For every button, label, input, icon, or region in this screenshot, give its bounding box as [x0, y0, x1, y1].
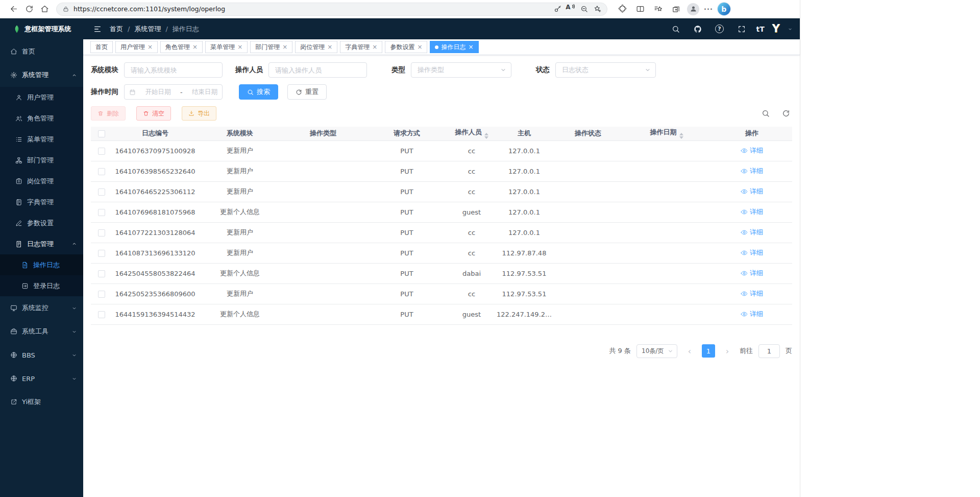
profile-avatar[interactable]: [687, 3, 699, 15]
breadcrumb-section[interactable]: 系统管理: [134, 25, 161, 34]
row-checkbox[interactable]: [98, 209, 105, 216]
password-key-icon[interactable]: [551, 4, 564, 15]
prev-page-button[interactable]: ‹: [683, 344, 696, 358]
col-operator[interactable]: 操作人员: [449, 127, 494, 140]
sidebar-item-param-settings[interactable]: 参数设置: [0, 212, 83, 233]
sidebar-toggle-icon[interactable]: [90, 22, 105, 36]
copilot-icon[interactable]: b: [718, 3, 730, 15]
toggle-search-icon[interactable]: [762, 109, 770, 117]
tab-menu-management[interactable]: 菜单管理×: [205, 41, 248, 53]
collections-icon[interactable]: [669, 2, 682, 16]
browser-home-button[interactable]: [37, 2, 52, 16]
fullscreen-icon[interactable]: [734, 22, 749, 36]
sidebar-item-post-management[interactable]: 岗位管理: [0, 171, 83, 192]
user-menu-caret-icon[interactable]: [788, 27, 793, 32]
browser-back-button[interactable]: [6, 2, 21, 16]
user-logo[interactable]: Y: [772, 23, 780, 34]
detail-link[interactable]: 详细: [741, 167, 763, 176]
sidebar-item-system-tools[interactable]: 系统工具: [0, 320, 83, 343]
page-size-select[interactable]: 10条/页: [636, 344, 677, 358]
close-icon[interactable]: ×: [192, 44, 198, 50]
sidebar-item-system-management[interactable]: 系统管理: [0, 63, 83, 87]
tab-dict-management[interactable]: 字典管理×: [340, 41, 382, 53]
type-select[interactable]: 操作类型: [411, 62, 511, 78]
next-page-button[interactable]: ›: [721, 344, 734, 358]
detail-link[interactable]: 详细: [741, 228, 763, 237]
row-checkbox[interactable]: [98, 229, 105, 236]
help-icon[interactable]: ?: [713, 22, 727, 36]
breadcrumb: 首页 / 系统管理 / 操作日志: [110, 25, 199, 34]
status-select[interactable]: 日志状态: [555, 62, 656, 78]
row-checkbox[interactable]: [98, 168, 105, 175]
date-range-picker[interactable]: 开始日期 - 结束日期: [124, 84, 223, 100]
text-size-icon[interactable]: tT: [756, 25, 765, 33]
tab-user-management[interactable]: 用户管理×: [115, 41, 158, 53]
sidebar-item-bbs[interactable]: BBS: [0, 343, 83, 367]
detail-link[interactable]: 详细: [741, 289, 763, 298]
breadcrumb-home[interactable]: 首页: [110, 25, 123, 34]
search-button[interactable]: 搜索: [239, 84, 278, 100]
sidebar-item-login-log[interactable]: 登录日志: [0, 275, 83, 296]
extensions-icon[interactable]: [616, 2, 629, 16]
row-checkbox[interactable]: [98, 270, 105, 277]
sort-icon[interactable]: [484, 133, 488, 139]
row-checkbox[interactable]: [98, 148, 105, 155]
row-checkbox[interactable]: [98, 291, 105, 298]
delete-button[interactable]: 删除: [91, 106, 126, 121]
goto-page-input[interactable]: [758, 344, 780, 358]
close-icon[interactable]: ×: [372, 44, 377, 50]
tab-role-management[interactable]: 角色管理×: [160, 41, 203, 53]
add-favorite-icon[interactable]: [591, 4, 604, 15]
operator-input[interactable]: [268, 62, 367, 78]
sidebar-item-erp[interactable]: ERP: [0, 367, 83, 390]
close-icon[interactable]: ×: [327, 44, 332, 50]
split-screen-icon[interactable]: [633, 2, 647, 16]
sidebar-item-role-management[interactable]: 角色管理: [0, 108, 83, 129]
header-search-icon[interactable]: [669, 22, 683, 36]
sidebar-item-user-management[interactable]: 用户管理: [0, 87, 83, 108]
detail-link[interactable]: 详细: [741, 187, 763, 196]
github-icon[interactable]: [691, 22, 705, 36]
close-icon[interactable]: ×: [237, 44, 242, 50]
tab-dept-management[interactable]: 部门管理×: [250, 41, 292, 53]
sidebar-item-operation-log[interactable]: 操作日志: [0, 254, 83, 275]
detail-link[interactable]: 详细: [741, 146, 763, 155]
sidebar-item-menu-management[interactable]: 菜单管理: [0, 129, 83, 150]
sort-icon[interactable]: [679, 133, 683, 139]
export-button[interactable]: 导出: [182, 106, 216, 121]
tab-post-management[interactable]: 岗位管理×: [295, 41, 337, 53]
browser-refresh-button[interactable]: [21, 2, 37, 16]
row-checkbox[interactable]: [98, 311, 105, 318]
sidebar-item-home[interactable]: 首页: [0, 40, 83, 63]
favorites-icon[interactable]: [651, 2, 665, 16]
close-icon[interactable]: ×: [148, 44, 153, 50]
reset-button[interactable]: 重置: [287, 84, 327, 100]
read-aloud-icon[interactable]: A: [564, 4, 577, 15]
refresh-table-icon[interactable]: [782, 109, 790, 117]
tab-param-settings[interactable]: 参数设置×: [385, 41, 427, 53]
more-menu-icon[interactable]: ···: [704, 5, 713, 13]
sidebar-item-dept-management[interactable]: 部门管理: [0, 150, 83, 171]
current-page-button[interactable]: 1: [702, 344, 715, 358]
close-icon[interactable]: ×: [468, 44, 473, 50]
zoom-out-icon[interactable]: [577, 4, 591, 15]
tab-home[interactable]: 首页: [90, 41, 113, 53]
close-icon[interactable]: ×: [417, 44, 422, 50]
sidebar-item-system-monitor[interactable]: 系统监控: [0, 296, 83, 320]
sidebar-item-yi-framework[interactable]: Yi框架: [0, 390, 83, 414]
sidebar-item-dict-management[interactable]: 字典管理: [0, 192, 83, 212]
close-icon[interactable]: ×: [282, 44, 287, 50]
clear-button[interactable]: 清空: [136, 106, 171, 121]
row-checkbox[interactable]: [98, 188, 105, 196]
detail-link[interactable]: 详细: [741, 310, 763, 319]
detail-link[interactable]: 详细: [741, 207, 763, 217]
tab-operation-log[interactable]: 操作日志×: [430, 41, 478, 53]
module-input[interactable]: [124, 62, 223, 78]
col-date[interactable]: 操作日期: [622, 127, 712, 140]
row-checkbox[interactable]: [98, 250, 105, 257]
address-bar[interactable]: https://ccnetcore.com:1101/system/log/op…: [56, 3, 607, 16]
detail-link[interactable]: 详细: [741, 269, 763, 278]
sidebar-item-log-management[interactable]: 日志管理: [0, 233, 83, 254]
detail-link[interactable]: 详细: [741, 248, 763, 257]
select-all-checkbox[interactable]: [98, 130, 105, 137]
